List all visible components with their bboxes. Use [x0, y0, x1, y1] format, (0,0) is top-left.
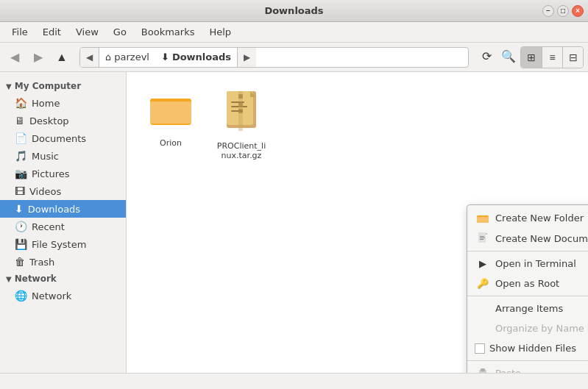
- ctx-paste-label: Paste: [495, 368, 521, 373]
- ctx-paste[interactable]: Paste: [467, 363, 588, 373]
- svg-rect-17: [480, 239, 483, 240]
- ctx-open-root[interactable]: 🔑 Open as Root: [467, 274, 588, 293]
- forward-button[interactable]: ▶: [28, 47, 49, 68]
- sidebar-network-label: Network: [32, 290, 71, 301]
- search-button[interactable]: 🔍: [498, 46, 519, 67]
- sidebar-item-recent[interactable]: 🕐 Recent: [0, 218, 126, 235]
- nav-home-segment[interactable]: ⌂ parzevl: [99, 47, 155, 68]
- ctx-divider-1: [467, 251, 588, 251]
- ctx-open-terminal[interactable]: ▶ Open in Terminal: [467, 254, 588, 274]
- home-label: parzevl: [114, 51, 149, 63]
- back-button[interactable]: ◀: [4, 47, 25, 68]
- titlebar: Downloads − □ ×: [0, 0, 588, 22]
- sidebar-item-downloads[interactable]: ⬇ Downloads: [0, 200, 126, 218]
- svg-rect-2: [150, 101, 191, 124]
- documents-icon: 📄: [15, 132, 27, 144]
- toolbar-right: ⟳ 🔍 ⊞ ≡ ⊟: [476, 46, 584, 68]
- sidebar-item-network[interactable]: 🌐 Network: [0, 287, 126, 304]
- menu-bookmarks[interactable]: Bookmarks: [135, 24, 201, 40]
- svg-rect-11: [238, 109, 243, 113]
- ctx-show-hidden-label: Show Hidden Files: [489, 343, 576, 354]
- context-menu: Create New Folder Create New Document ▶ …: [467, 204, 588, 373]
- sidebar-filesystem-label: File System: [32, 239, 86, 250]
- folder-icon: [150, 91, 191, 135]
- menu-help[interactable]: Help: [203, 24, 237, 40]
- view-list-button[interactable]: ≡: [542, 47, 562, 68]
- pictures-icon: 📷: [15, 168, 27, 179]
- sidebar-documents-label: Documents: [32, 133, 86, 144]
- toolbar: ◀ ▶ ▲ ◀ ⌂ parzevl ⬇ Downloads ▶ ⟳ 🔍 ⊞ ≡ …: [0, 43, 588, 72]
- downloads-label: Downloads: [172, 51, 231, 63]
- music-icon: 🎵: [15, 150, 27, 162]
- window-controls: − □ ×: [542, 5, 584, 17]
- window-title: Downloads: [264, 5, 323, 16]
- sidebar-home-label: Home: [32, 98, 60, 109]
- content-area[interactable]: Orion: [127, 72, 588, 373]
- file-orion-label: Orion: [160, 138, 182, 148]
- archive-icon: [224, 91, 259, 138]
- sidebar-recent-label: Recent: [32, 221, 65, 232]
- history-button[interactable]: ⟳: [476, 46, 497, 67]
- svg-rect-10: [238, 101, 243, 106]
- network-icon: 🌐: [15, 290, 27, 301]
- menu-go[interactable]: Go: [107, 24, 132, 40]
- ctx-organize-name: Organize by Name: [467, 318, 588, 338]
- filesystem-icon: 💾: [15, 238, 27, 250]
- home-icon: 🏠: [15, 97, 27, 109]
- show-hidden-checkbox[interactable]: [475, 343, 485, 354]
- sidebar-item-trash[interactable]: 🗑 Trash: [0, 253, 126, 271]
- maximize-button[interactable]: □: [557, 5, 569, 17]
- chevron-down-icon: ▼: [6, 275, 12, 283]
- sidebar-item-desktop[interactable]: 🖥 Desktop: [0, 112, 126, 129]
- ctx-show-hidden[interactable]: Show Hidden Files: [467, 338, 588, 358]
- statusbar: [0, 373, 588, 389]
- ctx-divider-3: [467, 360, 588, 361]
- trash-icon: 🗑: [15, 256, 25, 268]
- svg-rect-19: [481, 368, 485, 371]
- sidebar-music-label: Music: [32, 151, 59, 162]
- nav-downloads-segment[interactable]: ⬇ Downloads: [155, 47, 237, 68]
- menu-edit[interactable]: Edit: [37, 24, 67, 40]
- nav-prev-button[interactable]: ◀: [80, 47, 99, 68]
- terminal-icon: ▶: [476, 258, 489, 269]
- minimize-button[interactable]: −: [542, 5, 554, 17]
- paste-icon: [476, 368, 489, 373]
- up-button[interactable]: ▲: [52, 47, 72, 68]
- file-item-proclient[interactable]: PROClient_linux.tar.gz: [212, 87, 271, 165]
- my-computer-header[interactable]: ▼ My Computer: [0, 78, 126, 94]
- close-button[interactable]: ×: [572, 5, 584, 17]
- menubar: File Edit View Go Bookmarks Help: [0, 22, 588, 43]
- svg-rect-13: [477, 217, 489, 223]
- sidebar-pictures-label: Pictures: [32, 168, 69, 179]
- ctx-create-folder[interactable]: Create New Folder: [467, 208, 588, 228]
- sidebar: ▼ My Computer 🏠 Home 🖥 Desktop 📄 Documen…: [0, 72, 127, 373]
- sidebar-item-videos[interactable]: 🎞 Videos: [0, 182, 126, 200]
- svg-rect-15: [480, 236, 484, 237]
- recent-icon: 🕐: [15, 221, 27, 232]
- menu-file[interactable]: File: [6, 24, 34, 40]
- downloads-icon: ⬇: [161, 51, 169, 63]
- downloads-icon: ⬇: [15, 203, 24, 215]
- desktop-icon: 🖥: [15, 115, 25, 126]
- svg-rect-9: [238, 94, 243, 99]
- ctx-create-document[interactable]: Create New Document ▶: [467, 228, 588, 249]
- nav-next-button[interactable]: ▶: [237, 47, 256, 68]
- home-icon: ⌂: [105, 51, 111, 63]
- file-item-orion[interactable]: Orion: [141, 87, 200, 165]
- sidebar-item-pictures[interactable]: 📷 Pictures: [0, 165, 126, 182]
- sidebar-item-documents[interactable]: 📄 Documents: [0, 129, 126, 147]
- chevron-down-icon: ▼: [6, 82, 12, 90]
- ctx-arrange[interactable]: Arrange Items ▶: [467, 299, 588, 318]
- sidebar-item-music[interactable]: 🎵 Music: [0, 147, 126, 165]
- ctx-open-root-label: Open as Root: [495, 278, 559, 289]
- folder-new-icon: [476, 213, 489, 224]
- menu-view[interactable]: View: [70, 24, 105, 40]
- view-compact-button[interactable]: ⊟: [562, 47, 583, 68]
- sidebar-downloads-label: Downloads: [28, 204, 80, 215]
- view-icons-button[interactable]: ⊞: [521, 47, 542, 68]
- file-proclient-label: PROClient_linux.tar.gz: [216, 141, 266, 160]
- sidebar-item-filesystem[interactable]: 💾 File System: [0, 235, 126, 253]
- network-header[interactable]: ▼ Network: [0, 271, 126, 287]
- sidebar-item-home[interactable]: 🏠 Home: [0, 94, 126, 112]
- videos-icon: 🎞: [15, 185, 25, 197]
